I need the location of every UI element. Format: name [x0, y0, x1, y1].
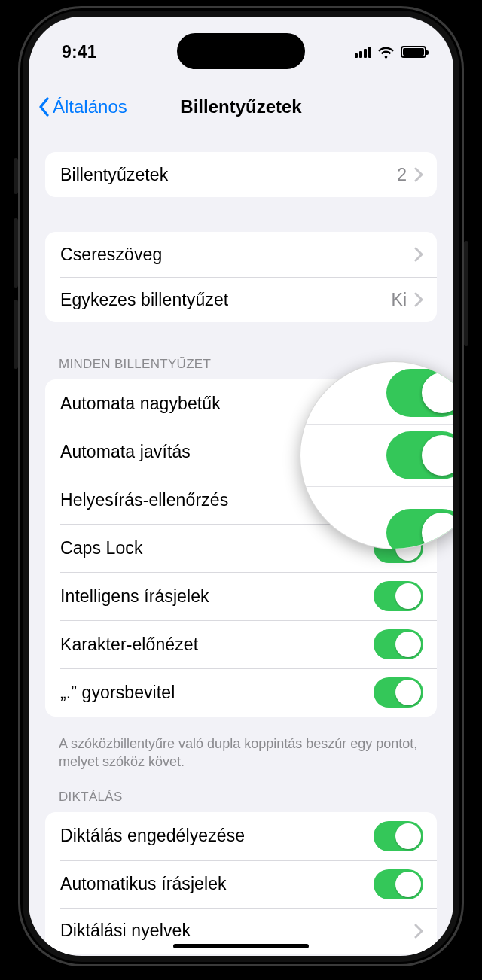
chevron-left-icon — [38, 96, 51, 117]
section-header-dictation: DIKTÁLÁS — [45, 790, 437, 812]
dynamic-island — [177, 33, 305, 69]
screen: 9:41 Általános Billentyűzetek — [29, 17, 453, 956]
phone-frame: 9:41 Általános Billentyűzetek — [18, 6, 464, 966]
row-label: Automata nagybetűk — [60, 394, 221, 414]
enable-dictation-toggle[interactable] — [374, 821, 423, 851]
row-value: Ki — [392, 290, 407, 310]
row-label: „.” gyorsbevitel — [60, 683, 175, 703]
page-title: Billentyűzetek — [180, 96, 301, 117]
auto-punctuation-toggle[interactable] — [374, 869, 423, 899]
cellular-icon — [355, 46, 371, 58]
row-label: Helyesírás-ellenőrzés — [60, 490, 228, 510]
chevron-right-icon — [414, 247, 423, 262]
row-label: Automata javítás — [60, 442, 191, 462]
status-time: 9:41 — [62, 42, 97, 62]
row-label: Diktálás engedélyezése — [60, 826, 245, 846]
nav-bar: Általános Billentyűzetek — [29, 83, 453, 131]
character-preview-toggle[interactable] — [374, 629, 423, 659]
period-shortcut-row: „.” gyorsbevitel — [45, 668, 437, 717]
chevron-right-icon — [414, 924, 423, 939]
chevron-right-icon — [414, 167, 423, 182]
home-indicator[interactable] — [173, 944, 309, 948]
chevron-right-icon — [414, 292, 423, 307]
row-label: Caps Lock — [60, 538, 143, 558]
row-label: Karakter-előnézet — [60, 635, 198, 655]
battery-icon — [401, 46, 426, 58]
wifi-icon — [377, 46, 395, 59]
row-label: Csereszöveg — [60, 245, 162, 265]
smart-punctuation-row: Intelligens írásjelek — [45, 572, 437, 620]
keyboards-row[interactable]: Billentyűzetek 2 — [45, 152, 437, 197]
row-label: Automatikus írásjelek — [60, 874, 227, 894]
auto-punctuation-row: Automatikus írásjelek — [45, 860, 437, 908]
back-button[interactable]: Általános — [38, 83, 127, 131]
smart-punctuation-toggle[interactable] — [374, 581, 423, 611]
row-label: Billentyűzetek — [60, 165, 168, 185]
character-preview-row: Karakter-előnézet — [45, 620, 437, 668]
enable-dictation-row: Diktálás engedélyezése — [45, 812, 437, 860]
row-label: Egykezes billentyűzet — [60, 290, 228, 310]
magnified-toggle-1 — [386, 369, 453, 417]
section-footer-all-keyboards: A szóközbillentyűre való dupla koppintás… — [45, 727, 437, 790]
row-value: 2 — [397, 165, 407, 185]
back-label: Általános — [53, 96, 127, 117]
text-replacement-row[interactable]: Csereszöveg — [45, 232, 437, 277]
magnified-toggle-2 — [386, 431, 453, 479]
one-handed-keyboard-row[interactable]: Egykezes billentyűzet Ki — [45, 277, 437, 322]
period-shortcut-toggle[interactable] — [374, 677, 423, 708]
row-label: Diktálási nyelvek — [60, 921, 191, 941]
row-label: Intelligens írásjelek — [60, 586, 209, 607]
